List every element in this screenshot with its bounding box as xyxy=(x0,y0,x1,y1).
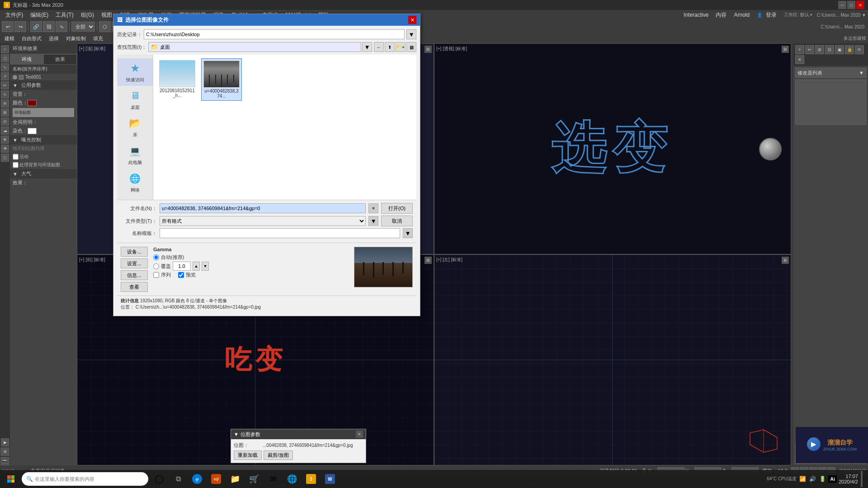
process-bg-checkbox[interactable] xyxy=(13,162,19,168)
atmosphere-header[interactable]: ▼ 大气 xyxy=(10,169,77,178)
grid-view-btn[interactable]: ⊞ xyxy=(0,447,9,456)
history-arrow-btn[interactable]: ▼ xyxy=(406,29,416,39)
sidebar-desktop[interactable]: 🖥 桌面 xyxy=(117,86,153,113)
name-sort-header[interactable]: 名称(按升序排序) xyxy=(10,65,77,74)
taskbar-task-view[interactable]: ⧉ xyxy=(169,470,187,488)
left-icon-1[interactable]: ○ xyxy=(1,45,9,53)
select-btn[interactable]: ⬡ xyxy=(99,21,111,32)
taskbar-cortana[interactable]: ◯ xyxy=(150,470,168,488)
menu-arnold[interactable]: Arnold xyxy=(730,11,753,19)
gamma-value-input[interactable] xyxy=(173,262,191,271)
template-input[interactable] xyxy=(160,228,400,238)
close-button[interactable]: ✕ xyxy=(856,1,864,9)
taskbar-mail[interactable]: ✉ xyxy=(264,470,282,488)
vp-icon-br[interactable]: ⊞ xyxy=(782,257,789,264)
vp-icon-1[interactable]: ⊞ xyxy=(425,46,432,53)
menu-tools[interactable]: 工具(T) xyxy=(52,10,77,20)
redo-btn[interactable]: ↪ xyxy=(14,21,26,32)
view-btn[interactable]: 查看 xyxy=(121,282,148,292)
taskbar-3dsmax[interactable]: 3 xyxy=(302,470,320,488)
color-swatch[interactable] xyxy=(28,100,37,106)
reload-btn[interactable]: 重新加载 xyxy=(234,450,262,460)
history-input[interactable] xyxy=(144,29,405,39)
left-icon-4[interactable]: ↗ xyxy=(1,72,9,80)
undo-btn[interactable]: ↩ xyxy=(2,21,14,32)
minimize-button[interactable]: ─ xyxy=(838,1,846,9)
left-icon-8[interactable]: ⊞ xyxy=(1,108,9,117)
rp-btn3[interactable]: ⊞ xyxy=(815,45,824,54)
file-item-pier[interactable]: u=4000482838,374... xyxy=(201,58,242,101)
rp-btn4[interactable]: ⊟ xyxy=(825,45,834,54)
taskbar-sql-app[interactable]: sql xyxy=(207,470,225,488)
bind-btn[interactable]: ∿ xyxy=(56,21,67,32)
left-icon-13[interactable]: ⬡ xyxy=(1,154,9,162)
sidebar-computer[interactable]: 💻 此电脑 xyxy=(117,141,153,169)
env-map-btn[interactable]: 环境贴图 xyxy=(13,108,74,117)
modifier-list-dropdown[interactable]: 修改器列表 ▼ xyxy=(795,68,866,78)
left-icon-12[interactable]: 👁 xyxy=(1,145,9,153)
gamma-override-radio[interactable] xyxy=(153,263,159,269)
file-select-dialog[interactable]: 🖼 选择位图图像文件 ✕ 历史记录： ▼ 查找范围(I)： 📁 桌面 ▼ xyxy=(113,14,420,316)
filetype-select[interactable]: 所有格式 xyxy=(160,216,366,226)
show-desktop-btn[interactable] xyxy=(861,471,863,487)
nav-back-btn[interactable]: ← xyxy=(374,42,384,52)
login-btn[interactable]: 登录 xyxy=(762,10,780,20)
menu-file[interactable]: 文件(F) xyxy=(2,10,27,20)
unlink-btn[interactable]: ⛓ xyxy=(43,21,55,32)
camera-view-btn[interactable]: 📷 xyxy=(0,457,9,465)
taskbar-search-box[interactable]: 🔍 xyxy=(22,472,148,486)
menu-interactive[interactable]: Interactive xyxy=(680,11,712,19)
crop-btn[interactable]: 裁剪/放图 xyxy=(264,450,293,460)
info-btn[interactable]: 信息... xyxy=(121,270,148,280)
left-icon-11[interactable]: ❄ xyxy=(1,136,9,144)
selection-dropdown[interactable]: 全部 xyxy=(71,22,95,32)
exposure-header[interactable]: ▼ 曝光控制 xyxy=(10,135,77,145)
sidebar-quick-access[interactable]: ★ 快速访问 xyxy=(117,58,153,86)
gamma-up-btn[interactable]: ▲ xyxy=(193,262,200,271)
template-expand-btn[interactable]: ▼ xyxy=(403,228,413,238)
tray-network-icon[interactable]: 📶 xyxy=(798,475,807,483)
viewport-bottom-right[interactable]: [+] [左] [标准] ⊞ xyxy=(434,254,791,465)
sidebar-network[interactable]: 🌐 网络 xyxy=(117,169,153,196)
nav-up-btn[interactable]: ⬆ xyxy=(385,42,395,52)
left-icon-7[interactable]: ≋ xyxy=(1,99,9,108)
left-icon-6[interactable]: ∿ xyxy=(1,90,9,99)
left-icon-2[interactable]: ◻ xyxy=(1,54,9,62)
bitmap-panel-close-btn[interactable]: ✕ xyxy=(356,431,363,438)
filename-add-btn[interactable]: + xyxy=(368,203,378,213)
rp-btn7[interactable]: ⟳ xyxy=(855,45,864,54)
left-icon-10[interactable]: ☁ xyxy=(1,127,9,135)
menu-group[interactable]: 组(G) xyxy=(77,10,98,20)
rp-btn6[interactable]: 🔒 xyxy=(845,45,854,54)
viewport-top-right[interactable]: [+] [透视] [标准] 选变 ⊞ xyxy=(434,43,791,254)
tab-object-paint[interactable]: 对象绘制 xyxy=(63,34,89,43)
rp-btn5[interactable]: ▣ xyxy=(835,45,844,54)
sequence-checkbox[interactable] xyxy=(153,272,159,278)
link-btn[interactable]: 🔗 xyxy=(30,21,42,32)
taskbar-store[interactable]: 🛒 xyxy=(245,470,263,488)
menu-edit[interactable]: 编辑(E) xyxy=(27,10,52,20)
rp-btn2[interactable]: ✏ xyxy=(805,45,814,54)
taskbar-explorer[interactable]: 📁 xyxy=(226,470,244,488)
tab-environment[interactable]: 环境 xyxy=(10,54,43,65)
dialog-close-btn[interactable]: ✕ xyxy=(408,16,416,24)
tray-volume-icon[interactable]: 🔊 xyxy=(808,475,816,483)
sidebar-library[interactable]: 📂 库 xyxy=(117,113,153,141)
menu-content[interactable]: 内容 xyxy=(712,10,730,20)
filename-input[interactable] xyxy=(160,203,366,213)
rp-btn8[interactable]: ✕ xyxy=(795,55,804,64)
rp-btn1[interactable]: + xyxy=(795,45,804,54)
taskbar-edge[interactable]: e xyxy=(188,470,206,488)
dye-swatch[interactable] xyxy=(28,128,37,134)
tab-modeling[interactable]: 建模 xyxy=(2,34,17,43)
tab-populate[interactable]: 填充 xyxy=(90,34,106,43)
start-button[interactable] xyxy=(2,470,20,488)
taskbar-browser2[interactable]: 🌐 xyxy=(283,470,301,488)
left-icon-bottom[interactable]: ▶ xyxy=(1,438,9,446)
open-button[interactable]: 打开(O) xyxy=(381,203,413,214)
tab-freeform[interactable]: 自由形式 xyxy=(19,34,44,43)
cancel-button[interactable]: 取消 xyxy=(381,216,413,226)
common-params-header[interactable]: ▼ 公用参数 xyxy=(10,80,77,90)
taskbar-word[interactable]: W xyxy=(321,470,339,488)
gamma-down-btn[interactable]: ▼ xyxy=(202,262,209,271)
